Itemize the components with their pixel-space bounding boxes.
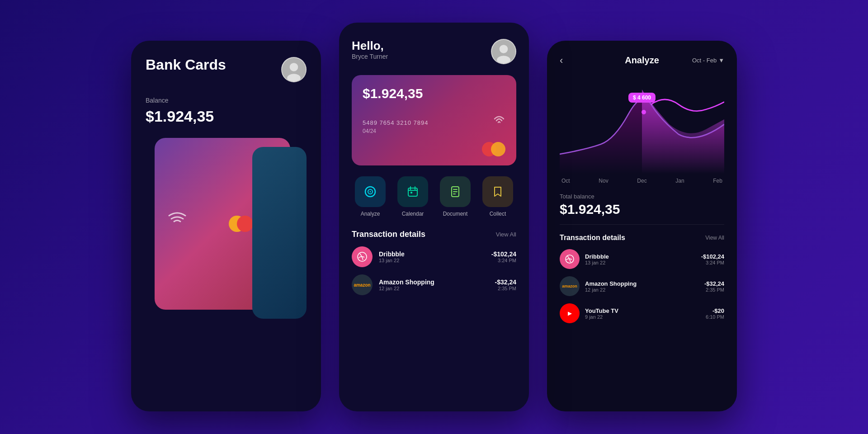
- analytics-chart: $ 4 600: [560, 75, 724, 174]
- right-tx-value-1: -$32,24: [704, 280, 724, 287]
- nfc-icon: [493, 113, 505, 128]
- collect-label: Collect: [490, 211, 506, 217]
- credit-card: $1.924,35 5489 7654 3210 7894 04/24: [352, 75, 516, 165]
- analyze-icon: [355, 176, 386, 207]
- tx-amount-dribbble: -$102,24 3:24 PM: [491, 250, 516, 263]
- tx-name-1: Amazon Shopping: [379, 278, 489, 286]
- month-jan: Jan: [675, 178, 684, 184]
- right-tx-name-2: YouTube TV: [585, 307, 700, 314]
- avatar: [281, 57, 307, 82]
- back-button[interactable]: ‹: [560, 55, 563, 66]
- svg-point-4: [500, 45, 508, 53]
- right-tx-time-2: 6:10 PM: [706, 314, 724, 320]
- tx-amount-amazon: -$32,24 2:35 PM: [495, 278, 516, 291]
- document-icon: [440, 176, 471, 207]
- left-header: Bank Cards: [146, 57, 307, 82]
- view-all-btn[interactable]: View All: [496, 231, 516, 238]
- avatar-middle: [491, 39, 516, 64]
- middle-phone: Hello, Bryce Turner $1.924,35 5489 7654 …: [339, 23, 529, 411]
- analyze-header: ‹ Analyze Oct - Feb ▼: [560, 55, 724, 66]
- calendar-label: Calendar: [402, 211, 424, 217]
- analyze-label: Analyze: [361, 211, 380, 217]
- right-tx-amazon: amazon Amazon Shopping 12 jan 22 -$32,24…: [560, 276, 724, 296]
- right-tx-value-0: -$102,24: [701, 253, 724, 260]
- chart-indicator-dot: [642, 110, 646, 114]
- right-tx-name-0: Dribbble: [585, 253, 696, 260]
- month-oct: Oct: [561, 178, 570, 184]
- tx-date-1: 12 jan 22: [379, 286, 489, 291]
- right-tx-title: Transaction details: [560, 234, 625, 242]
- balance-label: Balance: [146, 97, 307, 104]
- tx-header: Transaction details View All: [352, 230, 516, 239]
- right-tx-name-1: Amazon Shopping: [585, 280, 699, 287]
- svg-rect-9: [408, 188, 417, 196]
- tx-value-1: -$32,24: [495, 278, 516, 286]
- right-phone: ‹ Analyze Oct - Feb ▼: [547, 41, 737, 411]
- tx-date-0: 13 jan 22: [379, 258, 485, 263]
- total-balance-section: Total balance $1.924,35: [560, 193, 724, 225]
- hello-section: Hello, Bryce Turner: [352, 39, 516, 64]
- right-tx-time-1: 2:35 PM: [704, 287, 724, 292]
- month-feb: Feb: [713, 178, 722, 184]
- card-number: 5489 7654 3210 7894: [363, 119, 505, 126]
- action-calendar[interactable]: Calendar: [394, 176, 431, 217]
- month-nov: Nov: [599, 178, 608, 184]
- action-document[interactable]: Document: [437, 176, 474, 217]
- analyze-title: Analyze: [625, 55, 659, 66]
- total-label: Total balance: [560, 193, 724, 200]
- date-range-label: Oct - Feb: [692, 57, 717, 64]
- document-label: Document: [443, 211, 468, 217]
- right-tx-date-2: 9 jan 22: [585, 314, 700, 320]
- right-tx-info-amazon: Amazon Shopping 12 jan 22: [585, 280, 699, 292]
- dropdown-icon: ▼: [718, 57, 724, 64]
- mastercard-red: [237, 216, 253, 232]
- right-tx-amount-youtube: -$20 6:10 PM: [706, 307, 724, 320]
- user-name: Bryce Turner: [352, 53, 388, 60]
- balance-amount: $1.924,35: [146, 108, 307, 125]
- right-tx-amount-amazon: -$32,24 2:35 PM: [704, 280, 724, 292]
- right-tx-date-0: 13 jan 22: [585, 260, 696, 265]
- tx-title: Transaction details: [352, 230, 425, 239]
- svg-rect-13: [410, 192, 412, 193]
- chart-months: Oct Nov Dec Jan Feb: [560, 178, 724, 184]
- right-tx-info-dribbble: Dribbble 13 jan 22: [585, 253, 696, 265]
- bank-cards-title: Bank Cards: [146, 57, 226, 73]
- calendar-icon: [397, 176, 428, 207]
- card-balance: $1.924,35: [363, 86, 505, 101]
- month-dec: Dec: [637, 178, 646, 184]
- secondary-card: [252, 147, 307, 319]
- action-collect[interactable]: Collect: [479, 176, 516, 217]
- total-amount: $1.924,35: [560, 202, 724, 217]
- right-tx-time-0: 3:24 PM: [701, 260, 724, 265]
- left-phone: Bank Cards Balance $1.924,35: [131, 41, 321, 411]
- amazon-logo: amazon: [352, 274, 373, 295]
- mastercard-orange-circle: [491, 142, 505, 156]
- right-tx-header: Transaction details View All: [560, 234, 724, 242]
- tx-value-0: -$102,24: [491, 250, 516, 258]
- right-dribbble-logo: [560, 249, 580, 269]
- collect-icon: [482, 176, 513, 207]
- right-amazon-logo: amazon: [560, 276, 580, 296]
- right-tx-info-youtube: YouTube TV 9 jan 22: [585, 307, 700, 320]
- right-youtube-logo: ▶: [560, 303, 580, 323]
- tx-item-dribbble: Dribbble 13 jan 22 -$102,24 3:24 PM: [352, 246, 516, 267]
- date-range-picker[interactable]: Oct - Feb ▼: [692, 57, 724, 64]
- tx-time-1: 2:35 PM: [495, 286, 516, 291]
- chart-value-label: $ 4 600: [628, 93, 656, 103]
- dribbble-logo: [352, 246, 373, 267]
- tx-info-dribbble: Dribbble 13 jan 22: [379, 250, 485, 263]
- right-view-all-btn[interactable]: View All: [705, 235, 724, 241]
- tx-item-amazon: amazon Amazon Shopping 12 jan 22 -$32,24…: [352, 274, 516, 295]
- tx-time-0: 3:24 PM: [491, 258, 516, 263]
- right-tx-dribbble: Dribbble 13 jan 22 -$102,24 3:24 PM: [560, 249, 724, 269]
- tx-name-0: Dribbble: [379, 250, 485, 258]
- cards-stack: 3210 7894: [146, 138, 307, 397]
- right-tx-amount-dribbble: -$102,24 3:24 PM: [701, 253, 724, 265]
- wifi-icon: [168, 211, 186, 228]
- greeting-text: Hello, Bryce Turner: [352, 39, 388, 60]
- right-tx-date-1: 12 jan 22: [585, 287, 699, 292]
- right-tx-youtube: ▶ YouTube TV 9 jan 22 -$20 6:10 PM: [560, 303, 724, 323]
- hello-label: Hello,: [352, 39, 388, 53]
- card-expiry: 04/24: [363, 128, 505, 134]
- action-analyze[interactable]: Analyze: [352, 176, 389, 217]
